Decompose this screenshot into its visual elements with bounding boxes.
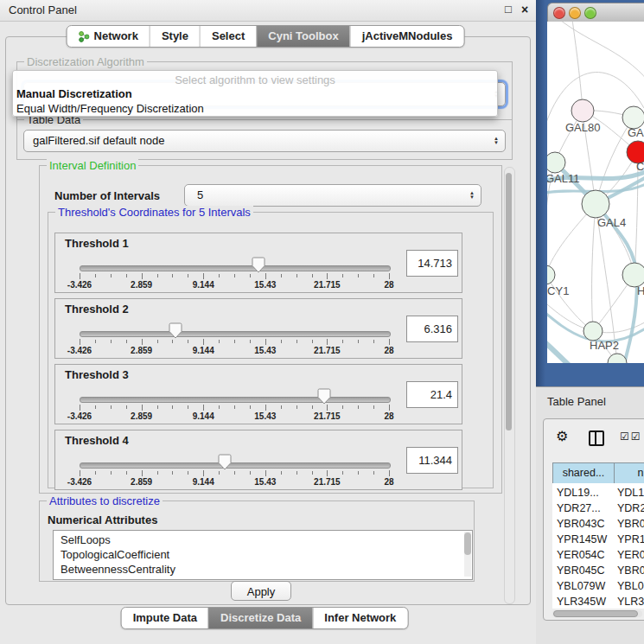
tick-mark bbox=[234, 274, 235, 277]
slider-thumb[interactable] bbox=[218, 454, 232, 470]
table-hscrollbar-thumb[interactable] bbox=[553, 610, 638, 617]
slider-thumb[interactable] bbox=[169, 322, 182, 339]
tick-mark bbox=[188, 340, 188, 343]
tick-mark bbox=[342, 471, 343, 475]
slider-track[interactable] bbox=[80, 331, 391, 337]
apply-button[interactable]: Apply bbox=[231, 581, 291, 601]
tab-discretize-data[interactable]: Discretize Data bbox=[208, 608, 312, 628]
tick-label: 2.859 bbox=[116, 411, 168, 421]
tick-mark bbox=[157, 405, 158, 409]
tick-mark bbox=[312, 340, 313, 343]
tick-label: 28 bbox=[363, 280, 415, 290]
table-row[interactable]: YLR345WYLR3 bbox=[552, 592, 644, 608]
table-row[interactable]: YBL079WYBL0 bbox=[552, 577, 644, 592]
tab-network[interactable]: Network bbox=[67, 26, 150, 47]
tick-label: 15.43 bbox=[239, 280, 291, 290]
tick-mark bbox=[296, 274, 297, 277]
panel-scrollbar-thumb[interactable] bbox=[506, 173, 512, 430]
attribute-item-betweennesscentrality[interactable]: BetweennessCentrality bbox=[61, 562, 472, 577]
node-gal4[interactable] bbox=[582, 190, 609, 218]
list-scrollbar[interactable] bbox=[464, 532, 471, 577]
minimize-traffic-light[interactable] bbox=[569, 7, 581, 19]
network-canvas[interactable]: GAL80GACGAL11GAL4GCY1HHAP2 bbox=[547, 22, 644, 363]
column-header-n[interactable]: n bbox=[615, 463, 644, 483]
table-hscrollbar[interactable] bbox=[552, 610, 642, 617]
table-cell: YBR0 bbox=[614, 561, 644, 577]
table-row[interactable]: YDL19...YDL1 bbox=[552, 483, 644, 499]
network-window-titlebar[interactable] bbox=[547, 3, 644, 23]
tick-mark bbox=[312, 405, 313, 409]
tick-mark bbox=[296, 471, 297, 475]
threshold-value-field[interactable]: 6.316 bbox=[406, 316, 458, 342]
column-header-shared-[interactable]: shared... bbox=[553, 463, 615, 483]
slider-track[interactable] bbox=[80, 462, 391, 469]
table-row[interactable]: YPR145WYPR1 bbox=[552, 530, 644, 545]
threshold-value-field[interactable]: 14.713 bbox=[406, 250, 458, 277]
dropdown-option-equal-width-frequency[interactable]: Equal Width/Frequency Discretization bbox=[13, 101, 497, 116]
tick-mark bbox=[111, 471, 112, 475]
table-data-combo[interactable]: galFiltered.sif default node ▲▼ bbox=[23, 130, 506, 152]
node-gal80[interactable] bbox=[571, 99, 594, 122]
dropdown-hint: Select algorithm to view settings bbox=[13, 73, 497, 86]
bottom-tab-bar: Impute DataDiscretize DataInfer Network bbox=[121, 607, 409, 629]
threshold-value-field[interactable]: 11.344 bbox=[406, 447, 458, 474]
gear-icon[interactable]: ⚙ bbox=[556, 428, 568, 444]
slider-thumb[interactable] bbox=[317, 388, 331, 405]
tick-mark bbox=[234, 405, 235, 409]
attribute-item-topologicalcoefficient[interactable]: TopologicalCoefficient bbox=[61, 547, 472, 562]
table-cell: YBR0 bbox=[614, 514, 644, 530]
node-h-node[interactable] bbox=[622, 263, 644, 287]
numerical-attributes-list[interactable]: SelfLoopsTopologicalCoefficientBetweenne… bbox=[53, 530, 473, 580]
tick-label: 2.859 bbox=[116, 346, 168, 355]
attribute-item-selfloops[interactable]: SelfLoops bbox=[61, 532, 472, 547]
float-window-icon[interactable]: □ bbox=[505, 3, 512, 16]
tick-mark bbox=[219, 274, 220, 277]
node-gcy1[interactable] bbox=[547, 265, 555, 284]
tick-mark bbox=[234, 471, 235, 475]
tick-label: 15.43 bbox=[239, 411, 291, 421]
table-cell: YBL079W bbox=[552, 577, 614, 592]
close-traffic-light[interactable] bbox=[553, 7, 565, 19]
table-row[interactable]: YDR27...YDR2 bbox=[552, 499, 644, 514]
tab-select[interactable]: Select bbox=[200, 26, 256, 47]
dropdown-option-manual-discretization[interactable]: Manual Discretization bbox=[13, 86, 497, 101]
top-tab-bar: NetworkStyleSelectCyni ToolboxjActiveMNo… bbox=[67, 25, 465, 48]
tick-mark bbox=[142, 470, 143, 476]
tab-impute-data[interactable]: Impute Data bbox=[122, 608, 208, 628]
slider-track[interactable] bbox=[80, 397, 391, 403]
network-edge bbox=[571, 22, 583, 111]
slider-track[interactable] bbox=[80, 265, 391, 271]
tab-cyni-toolbox[interactable]: Cyni Toolbox bbox=[256, 26, 349, 47]
tick-mark bbox=[142, 273, 143, 279]
tick-label: -3.426 bbox=[54, 280, 105, 290]
algorithm-group-title: Discretization Algorithm bbox=[24, 55, 147, 68]
node-hap2[interactable] bbox=[583, 322, 603, 341]
slider-thumb[interactable] bbox=[252, 257, 265, 273]
tab-style[interactable]: Style bbox=[150, 26, 200, 47]
threshold-value-field[interactable]: 21.4 bbox=[406, 381, 458, 408]
list-scrollbar-thumb[interactable] bbox=[464, 532, 471, 555]
number-of-intervals-combo[interactable]: 5 ▲▼ bbox=[184, 184, 481, 207]
node-label-h-node: H bbox=[637, 284, 644, 297]
node-gal11[interactable] bbox=[547, 152, 565, 173]
checkbox-icons[interactable]: ☑☑ bbox=[620, 430, 642, 443]
tick-mark bbox=[389, 273, 390, 279]
close-icon[interactable]: × bbox=[521, 3, 528, 16]
zoom-traffic-light[interactable] bbox=[584, 7, 596, 19]
tab-label: jActiveMNodules bbox=[362, 26, 453, 47]
table-data-value: galFiltered.sif default node bbox=[33, 131, 164, 151]
table-row[interactable]: YBR043CYBR0 bbox=[552, 514, 644, 530]
panel-scrollbar[interactable] bbox=[504, 167, 515, 604]
tick-mark bbox=[188, 405, 188, 409]
threshold-label: Threshold 3 bbox=[65, 368, 129, 381]
tab-infer-network[interactable]: Infer Network bbox=[312, 608, 407, 628]
tick-mark bbox=[327, 339, 328, 345]
tick-mark bbox=[203, 405, 204, 411]
table-row[interactable]: YER054CYER0 bbox=[552, 545, 644, 561]
tick-mark bbox=[172, 340, 173, 343]
table-row[interactable]: YBR045CYBR0 bbox=[552, 561, 644, 577]
table-row[interactable]: YIL052CYIL0 bbox=[552, 608, 644, 609]
tick-mark bbox=[296, 405, 297, 409]
tab-jactivemnodules[interactable]: jActiveMNodules bbox=[350, 26, 464, 47]
columns-icon[interactable] bbox=[589, 430, 604, 446]
